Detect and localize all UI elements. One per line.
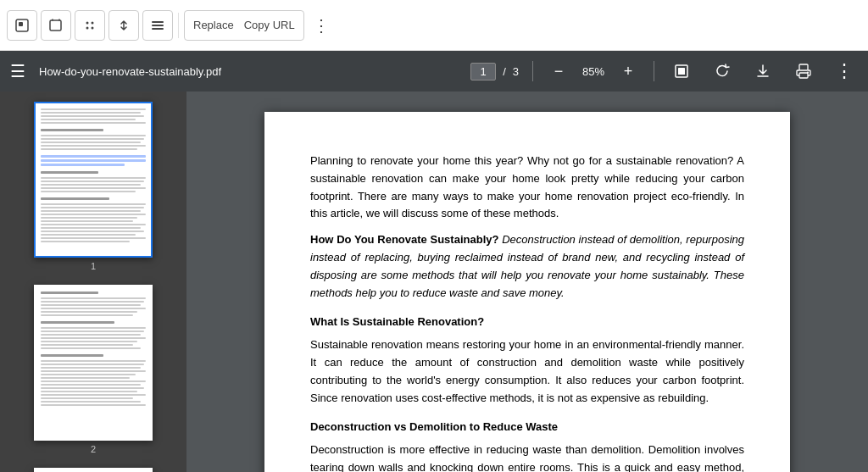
section1-heading: What Is Sustainable Renovation? (310, 314, 744, 331)
copy-url-button[interactable]: Copy URL (244, 19, 295, 31)
thumb-2[interactable] (34, 285, 153, 441)
thumbnail-page-3[interactable] (34, 468, 153, 472)
rotate-button[interactable] (709, 58, 736, 85)
svg-point-14 (807, 72, 809, 74)
reorder-icon[interactable] (75, 10, 105, 41)
thumb-1[interactable] (34, 102, 153, 258)
svg-point-5 (86, 26, 89, 29)
document-content: Planning to renovate your home this year… (310, 153, 744, 472)
toolbar-separator-1 (178, 13, 179, 38)
pdf-header: ☰ How-do-you-renovate-sustainably.pdf / … (0, 51, 868, 92)
pdf-document[interactable]: Planning to renovate your home this year… (186, 92, 868, 472)
nav-zoom-divider (532, 61, 533, 81)
zoom-out-button[interactable]: − (547, 59, 570, 83)
thumbnail-page-2[interactable]: 2 (34, 285, 153, 454)
pdf-page-1: Planning to renovate your home this year… (264, 112, 790, 472)
svg-rect-2 (50, 20, 61, 31)
download-button[interactable] (749, 58, 776, 85)
thumb-label-2: 2 (91, 444, 96, 454)
how-to-paragraph: How Do You Renovate Sustainably? Deconst… (310, 231, 744, 302)
pdf-navigation: / 3 (470, 63, 519, 81)
top-toolbar: Replace Copy URL ⋮ (0, 0, 868, 51)
pdf-title: How-do-you-renovate-sustainably.pdf (39, 65, 457, 78)
svg-rect-7 (152, 21, 164, 23)
section2-heading: Deconstruction vs Demolition to Reduce W… (310, 419, 744, 436)
replace-copy-url-group[interactable]: Replace Copy URL (184, 10, 304, 41)
svg-point-6 (92, 26, 94, 29)
svg-rect-9 (152, 28, 164, 30)
intro-paragraph: Planning to renovate your home this year… (310, 153, 744, 223)
new-tab-icon[interactable] (7, 10, 37, 41)
toolbar-more-button[interactable]: ⋮ (308, 12, 335, 39)
pdf-viewer: ☰ How-do-you-renovate-sustainably.pdf / … (0, 51, 868, 472)
page-total: 3 (513, 65, 519, 78)
svg-rect-1 (19, 22, 23, 26)
pdf-zoom-controls: − 85% + (547, 59, 640, 83)
svg-point-3 (86, 21, 89, 24)
pdf-header-right: ⋮ (749, 58, 858, 85)
page-separator: / (503, 65, 506, 78)
zoom-fit-divider (654, 61, 654, 81)
pdf-more-button[interactable]: ⋮ (831, 58, 858, 85)
zoom-value: 85% (577, 65, 609, 78)
bold-intro-label: How Do You Renovate Sustainably? (310, 233, 498, 246)
replace-button[interactable]: Replace (193, 19, 234, 31)
new-window-icon[interactable] (41, 10, 71, 41)
print-button[interactable] (790, 58, 817, 85)
up-down-icon[interactable] (108, 10, 139, 41)
page-number-input[interactable] (470, 63, 496, 81)
thumb-3[interactable] (34, 468, 153, 472)
section1-body: Sustainable renovation means restoring y… (310, 336, 744, 407)
thumb-label-1: 1 (91, 261, 96, 271)
svg-rect-11 (678, 68, 685, 75)
thumbnail-page-1[interactable]: 1 (34, 102, 153, 271)
svg-rect-13 (799, 73, 808, 78)
pdf-menu-icon[interactable]: ☰ (10, 61, 25, 81)
list-view-icon[interactable] (142, 10, 173, 41)
section2-body: Deconstruction is more effective in redu… (310, 441, 744, 472)
svg-point-4 (92, 21, 94, 24)
pdf-sidebar: 1 (0, 92, 186, 472)
svg-rect-8 (152, 25, 164, 26)
zoom-in-button[interactable]: + (616, 59, 640, 83)
pdf-content: 1 (0, 92, 868, 472)
svg-rect-12 (799, 64, 808, 70)
fit-page-button[interactable] (668, 58, 695, 85)
